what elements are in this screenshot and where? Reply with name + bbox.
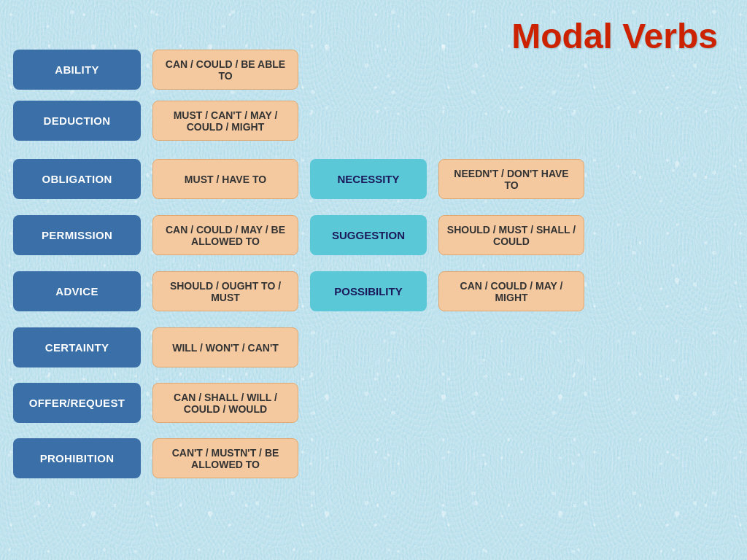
obligation-verbs: MUST / HAVE TO — [152, 159, 298, 199]
offer-request-label: OFFER/REQUEST — [13, 383, 141, 423]
advice-verbs: SHOULD / OUGHT TO / MUST — [152, 271, 298, 311]
necessity-verbs: NEEDN'T / DON'T HAVE TO — [438, 159, 584, 199]
prohibition-label: PROHIBITION — [13, 438, 141, 478]
suggestion-verbs: SHOULD / MUST / SHALL / COULD — [438, 215, 584, 255]
deduction-label: DEDUCTION — [13, 101, 141, 141]
prohibition-verbs: CAN'T / MUSTN'T / BE ALLOWED TO — [152, 438, 298, 478]
ability-verbs: CAN / COULD / BE ABLE TO — [152, 50, 298, 90]
possibility-verbs: CAN / COULD / MAY / MIGHT — [438, 271, 584, 311]
certainty-label: CERTAINTY — [13, 327, 141, 368]
suggestion-label: SUGGESTION — [310, 215, 427, 255]
permission-label: PERMISSION — [13, 215, 141, 255]
possibility-label: POSSIBILITY — [310, 271, 427, 311]
page-title: Modal Verbs — [511, 16, 718, 56]
necessity-label: NECESSITY — [310, 159, 427, 199]
deduction-verbs: MUST / CAN'T / MAY / COULD / MIGHT — [152, 101, 298, 141]
obligation-label: OBLIGATION — [13, 159, 141, 199]
main-page: Modal Verbs ABILITY CAN / COULD / BE ABL… — [0, 0, 747, 560]
advice-label: ADVICE — [13, 271, 141, 311]
permission-verbs: CAN / COULD / MAY / BE ALLOWED TO — [152, 215, 298, 255]
offer-request-verbs: CAN / SHALL / WILL / COULD / WOULD — [152, 383, 298, 423]
ability-label: ABILITY — [13, 50, 141, 90]
certainty-verbs: WILL / WON'T / CAN'T — [152, 327, 298, 368]
